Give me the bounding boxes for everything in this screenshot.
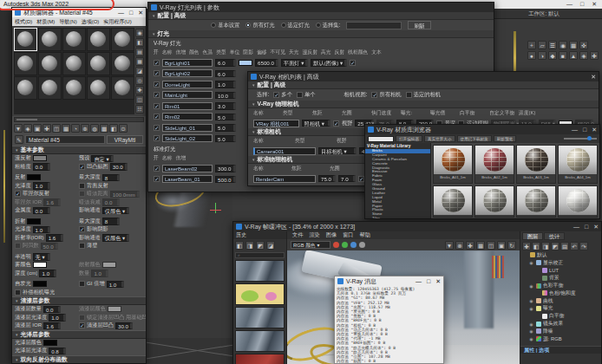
single-checkbox[interactable]: 单个 [297,91,316,99]
light-multiplier[interactable]: 6.0 [215,59,236,67]
material-sample-slot[interactable] [14,52,37,75]
param-value[interactable]: 1.0 [49,314,66,322]
material-thumbnail[interactable]: Bricks_A04_1m [558,145,598,184]
close-icon[interactable]: ✕ [591,74,596,81]
light-name-field[interactable]: Rim01 [162,102,213,110]
param-value[interactable]: 0.8 [49,348,66,355]
param-value[interactable]: 8 [102,218,120,225]
param-checkbox[interactable] [79,281,85,287]
color-swatch[interactable] [33,262,47,268]
param-checkbox[interactable] [79,183,85,189]
light-name-field[interactable]: MainLight [162,91,213,99]
green-channel-icon[interactable] [342,242,348,248]
sample-option-icon[interactable]: ◧ [135,38,144,47]
library-toolbar-button[interactable]: 刷新预览 [494,135,516,142]
material-tool-icon[interactable]: ◔ [71,124,80,133]
menu-item[interactable]: 模式(D) [15,18,32,26]
material-library-title-bar[interactable]: V-Ray 材质库浏览器 — □ ✕ [365,125,599,134]
material-sample-slot[interactable] [111,28,134,51]
history-tool-icon[interactable]: ◨ [245,241,254,250]
material-sample-slot[interactable] [62,76,86,100]
param-value[interactable]: 0.0 [102,198,120,206]
layer-item[interactable]: 背景 [520,274,601,282]
menu-item[interactable]: 帮助 [360,231,370,239]
light-name-field[interactable]: SideLight_02 [162,134,213,142]
minimize-icon[interactable]: — [572,127,578,133]
light-on-checkbox[interactable]: ✓ [154,60,160,66]
param-checkbox[interactable] [79,315,85,321]
visibility-eye-icon[interactable]: ◉ [528,322,534,327]
close-icon[interactable]: ✕ [593,224,599,231]
color-swatch[interactable] [33,155,47,161]
vfb-toolbar-icon[interactable]: ▼ [445,241,454,250]
light-multiplier[interactable]: 6.0 [215,70,236,78]
material-sample-slot[interactable] [14,76,37,100]
light-type-dropdown[interactable]: 平面灯 ▾ [281,59,308,67]
camera-type-dropdown[interactable]: 目标相机 ▾ [318,147,357,155]
layer-item[interactable]: ◉ 色彩平衡 [520,282,601,289]
material-sample-slot[interactable] [62,52,86,75]
material-sample-slot[interactable] [38,76,62,100]
material-tool-icon[interactable]: ◧ [109,124,118,133]
history-tool-icon[interactable]: ◪ [266,241,275,250]
layer-tool-icon[interactable]: ↶ [570,242,579,250]
layer-item[interactable]: ◉ 显示校正 [520,259,601,267]
menu-item[interactable]: 导航(N) [59,18,76,26]
library-category-item[interactable]: Tiles [365,217,430,219]
create-category-icon[interactable]: ● [527,51,536,60]
color-swatch[interactable] [33,281,47,287]
color-swatch[interactable] [108,306,121,312]
rollout-basic-params[interactable]: 基本参数 [12,146,146,154]
menu-item[interactable]: 图像 [326,231,337,239]
param-value[interactable]: 1.6 [43,198,61,206]
rollout-brdf[interactable]: 双向反射分布函数 [12,355,146,364]
camera-name-field[interactable]: VRay 相机001 [253,120,299,127]
sample-option-icon[interactable]: ☷ [135,105,144,114]
menu-item[interactable]: 选项(O) [82,18,100,26]
light-name-field[interactable]: SideLight_01 [162,124,213,132]
create-category-icon[interactable]: ▲ [569,51,578,60]
history-search-input[interactable]: ⌕ [235,252,285,258]
selection-set-dropdown[interactable] [346,22,402,29]
filter-radio[interactable]: 选定灯光 [281,22,310,29]
layer-item[interactable]: ◉ 镜头效果 [520,320,601,328]
light-multiplier[interactable]: 10.0 [215,92,236,100]
menu-item[interactable]: 渲染 [309,231,319,239]
sample-option-icon[interactable]: ✚ [135,86,144,94]
light-name-field[interactable]: Rim02 [162,113,213,120]
vfb-toolbar-icon[interactable]: ▣ [497,241,506,250]
param-value[interactable]: 0.0 [43,306,61,314]
material-tool-icon[interactable]: ◍ [90,124,99,133]
material-thumbnail[interactable]: Bricks_A01_1m [433,145,473,184]
material-sample-slot[interactable] [38,52,62,75]
config-section-header[interactable]: 配置 | 高级 [248,81,599,89]
param-checkbox[interactable] [15,289,21,296]
color-swatch[interactable] [102,262,116,268]
maximize-icon[interactable]: □ [427,278,430,285]
history-render-thumbnail[interactable] [235,354,285,364]
param-checkbox[interactable] [15,243,21,249]
param-value[interactable]: 30.0 [115,322,133,330]
minimize-icon[interactable]: — [566,0,573,9]
minimize-icon[interactable]: — [118,10,124,16]
material-tool-icon[interactable]: ◫ [52,124,61,133]
library-toolbar-button[interactable]: 打开编辑器 [396,135,422,142]
material-sample-slot[interactable] [62,28,86,51]
log-title-bar[interactable]: V-Ray 消息 — □ ✕ [335,276,443,286]
material-thumbnail[interactable] [433,185,473,218]
dof-checkbox[interactable]: ✓ [358,176,364,182]
light-name-field[interactable]: BgrLight02 [162,69,213,77]
param-value[interactable]: 1.0 [39,270,56,277]
param-value[interactable]: 1.6 [43,322,61,330]
library-toolbar-button[interactable]: 使用已下载材质 [457,135,492,142]
sample-option-icon[interactable]: ◉ [135,29,144,37]
param-value[interactable]: 1.0 [33,182,50,190]
material-editor-title-bar[interactable]: 材质编辑器 - Material #45 — □ ✕ [12,8,146,17]
param-checkbox[interactable]: ✓ [15,191,21,197]
history-tool-icon[interactable]: ◧ [235,241,244,250]
visibility-eye-icon[interactable]: ◉ [528,260,534,265]
close-icon[interactable]: ✕ [435,278,441,285]
close-icon[interactable]: ✕ [592,127,597,133]
menu-item[interactable]: 文件 [292,231,303,239]
material-thumbnail[interactable] [516,185,556,218]
